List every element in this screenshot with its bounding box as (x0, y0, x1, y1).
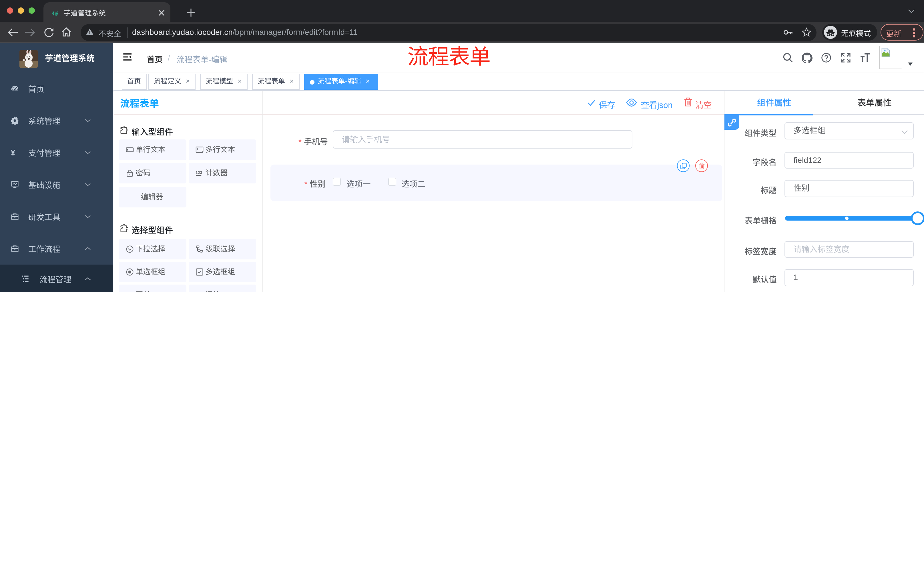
svg-text:123: 123 (196, 170, 202, 175)
